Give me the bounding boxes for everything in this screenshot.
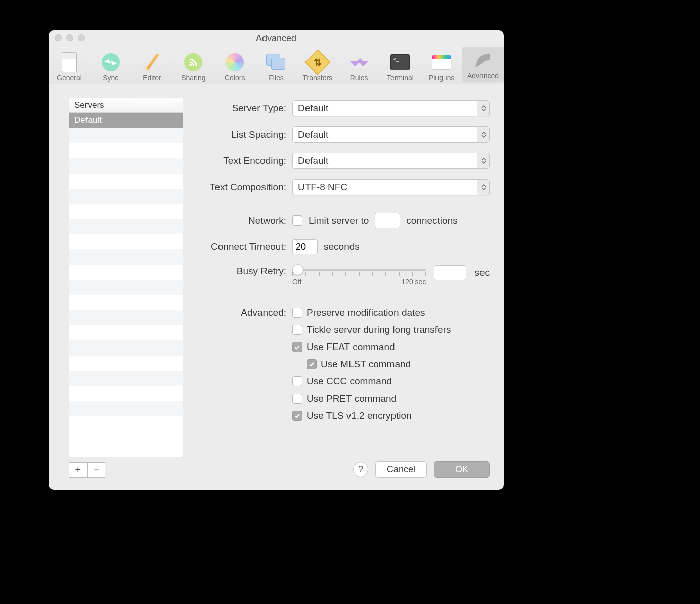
preserve-dates-checkbox[interactable] <box>292 308 302 318</box>
connect-timeout-input[interactable] <box>292 239 318 254</box>
connections-label: connections <box>406 215 457 226</box>
sync-icon <box>102 53 120 71</box>
tickle-server-checkbox[interactable] <box>292 325 302 335</box>
terminal-icon: >_ <box>390 54 410 70</box>
add-remove-control: + − <box>69 462 105 478</box>
svg-point-0 <box>190 64 192 66</box>
transfers-icon: ⇅ <box>304 50 330 75</box>
limit-server-label: Limit server to <box>309 215 369 226</box>
titlebar: Advanced <box>49 30 504 47</box>
feat-checkbox[interactable] <box>292 342 302 352</box>
tls-checkbox[interactable] <box>292 411 302 421</box>
connections-input[interactable] <box>375 213 400 228</box>
leaf-icon <box>472 50 494 71</box>
limit-server-checkbox[interactable] <box>292 215 302 226</box>
plugins-icon <box>432 55 451 70</box>
tab-editor[interactable]: Editor <box>132 49 173 82</box>
list-item[interactable]: Default <box>69 113 183 128</box>
servers-listbox[interactable]: Servers Default <box>69 98 183 457</box>
tab-terminal[interactable]: >_Terminal <box>380 49 421 82</box>
tab-colors[interactable]: Colors <box>214 49 255 82</box>
rules-icon <box>349 53 369 71</box>
tab-general[interactable]: General <box>49 49 90 82</box>
window-title: Advanced <box>49 33 504 44</box>
busy-retry-input[interactable] <box>434 265 466 280</box>
list-spacing-label: List Spacing: <box>197 129 286 140</box>
minimize-icon[interactable] <box>66 34 73 41</box>
add-server-button[interactable]: + <box>69 463 88 477</box>
pencil-icon <box>145 53 159 71</box>
tab-rules[interactable]: Rules <box>338 49 380 82</box>
text-encoding-popup[interactable]: Default <box>292 153 490 169</box>
zoom-icon[interactable] <box>78 34 85 41</box>
preferences-toolbar: General Sync Editor Sharing Colors Files… <box>49 47 504 84</box>
network-label: Network: <box>197 215 286 226</box>
servers-header: Servers <box>69 98 183 113</box>
close-icon[interactable] <box>55 34 62 41</box>
text-composition-label: Text Composition: <box>197 182 286 193</box>
tab-advanced[interactable]: Advanced <box>462 47 504 82</box>
tab-files[interactable]: Files <box>255 49 297 82</box>
stepper-arrows-icon <box>477 180 489 195</box>
server-type-label: Server Type: <box>197 103 286 114</box>
advanced-label: Advanced: <box>197 307 286 318</box>
sec-label: sec <box>474 267 490 278</box>
text-composition-popup[interactable]: UTF-8 NFC <box>292 179 490 195</box>
stepper-arrows-icon <box>477 127 489 142</box>
ccc-checkbox[interactable] <box>292 376 302 386</box>
remove-server-button[interactable]: − <box>88 463 105 477</box>
mlst-checkbox[interactable] <box>307 359 317 369</box>
cancel-button[interactable]: Cancel <box>375 461 427 478</box>
text-encoding-label: Text Encoding: <box>197 155 286 166</box>
files-icon <box>266 54 286 71</box>
tab-sharing[interactable]: Sharing <box>172 49 214 82</box>
help-button[interactable]: ? <box>353 462 368 477</box>
list-spacing-popup[interactable]: Default <box>292 126 490 143</box>
pret-checkbox[interactable] <box>292 394 302 404</box>
traffic-lights <box>55 34 85 41</box>
stepper-arrows-icon <box>477 153 489 168</box>
busy-retry-label: Busy Retry: <box>197 263 286 277</box>
rss-icon <box>184 53 202 71</box>
stepper-arrows-icon <box>477 101 489 116</box>
preferences-window: Advanced General Sync Editor Sharing Col… <box>49 30 504 490</box>
tab-transfers[interactable]: ⇅Transfers <box>297 49 338 82</box>
connect-timeout-label: Connect Timeout: <box>197 241 286 252</box>
busy-retry-slider[interactable]: Off120 sec <box>292 263 426 283</box>
slider-thumb[interactable] <box>292 264 303 275</box>
ok-button[interactable]: OK <box>434 461 490 478</box>
server-type-popup[interactable]: Default <box>292 100 490 116</box>
switch-icon <box>62 52 77 72</box>
seconds-label: seconds <box>324 241 360 252</box>
tab-sync[interactable]: Sync <box>90 49 132 82</box>
tab-plugins[interactable]: Plug-ins <box>421 49 462 82</box>
color-wheel-icon <box>226 53 244 71</box>
